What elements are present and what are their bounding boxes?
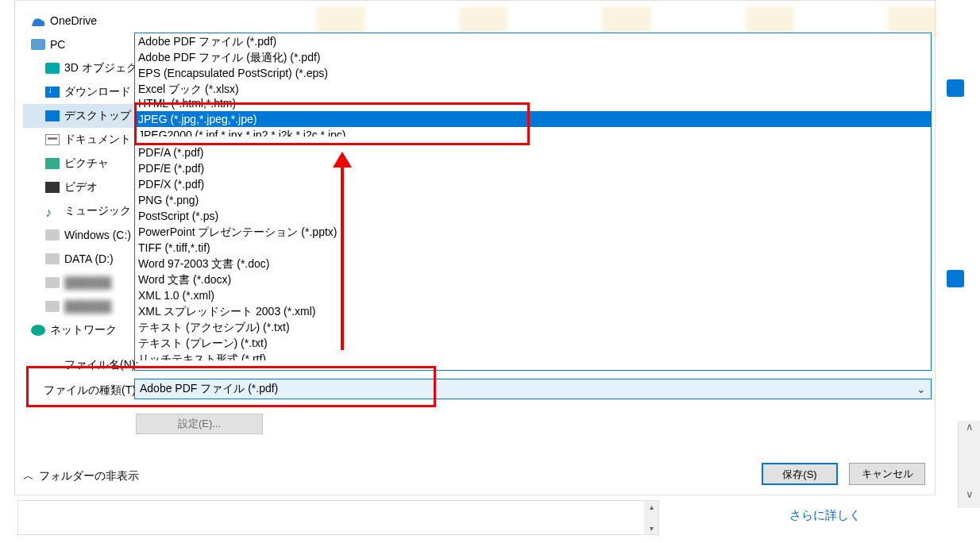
- tree-item-label: ██████: [64, 300, 112, 313]
- music-icon: ♪: [45, 206, 60, 217]
- drive-icon: [45, 253, 60, 264]
- filename-label: ファイル名(N):: [64, 358, 138, 372]
- background-panel-scrollbar[interactable]: ▴▾: [644, 501, 658, 534]
- save-button[interactable]: 保存(S): [762, 463, 838, 485]
- file-type-option[interactable]: テキスト (プレーン) (*.txt): [135, 335, 931, 351]
- tree-item[interactable]: ダウンロード: [23, 80, 150, 104]
- tree-item[interactable]: PC: [23, 33, 150, 56]
- 3d-objects-icon: [45, 63, 60, 74]
- tree-item[interactable]: 3D オブジェクト: [23, 56, 150, 80]
- tree-item[interactable]: ██████: [23, 295, 150, 318]
- tree-item-label: ピクチャ: [64, 156, 109, 171]
- cloud-icon: [31, 15, 45, 26]
- tree-item-label: ダウンロード: [64, 85, 131, 99]
- background-badge-2: [947, 270, 964, 287]
- file-type-option[interactable]: Adobe PDF ファイル (*.pdf): [135, 33, 931, 49]
- file-type-option[interactable]: TIFF (*.tiff,*.tif): [135, 240, 931, 256]
- tree-item[interactable]: ♪ミュージック: [23, 199, 150, 223]
- file-type-option[interactable]: Adobe PDF ファイル (最適化) (*.pdf): [135, 49, 931, 65]
- tree-item[interactable]: デスクトップ: [23, 104, 150, 128]
- file-type-option[interactable]: JPEG2000 (*.jpf,*.jpx,*.jp2,*.j2k,*.j2c,…: [135, 127, 931, 137]
- file-type-dropdown-list[interactable]: Adobe PDF ファイル (*.pdf)Adobe PDF ファイル (最適…: [134, 33, 932, 371]
- pc-icon: [31, 39, 45, 50]
- videos-icon: [45, 182, 60, 193]
- tree-item-label: ミュージック: [64, 204, 131, 218]
- file-type-option[interactable]: HTML (*.html,*.htm): [135, 100, 931, 111]
- tree-item[interactable]: ドキュメント: [23, 128, 150, 152]
- tree-item-label: ネットワーク: [50, 323, 117, 337]
- tree-item[interactable]: Windows (C:): [23, 223, 150, 247]
- file-type-option[interactable]: PDF/E (*.pdf): [135, 160, 931, 176]
- settings-button[interactable]: 設定(E)...: [136, 414, 263, 434]
- background-badge-1: [947, 79, 964, 97]
- file-type-option[interactable]: JPEG (*.jpg,*.jpeg,*.jpe): [135, 111, 931, 127]
- hide-folders-label: フォルダーの非表示: [39, 469, 139, 483]
- file-type-option[interactable]: XML スプレッドシート 2003 (*.xml): [135, 303, 931, 319]
- file-type-option[interactable]: EPS (Encapsulated PostScript) (*.eps): [135, 65, 931, 81]
- file-type-combobox[interactable]: Adobe PDF ファイル (*.pdf) ⌄: [134, 379, 932, 399]
- pictures-icon: [45, 158, 60, 169]
- save-as-dialog: OneDrivePC3D オブジェクトダウンロードデスクトップドキュメントピクチ…: [14, 0, 936, 495]
- tree-item-label: ビデオ: [64, 180, 98, 194]
- tree-item-label: ██████: [64, 276, 112, 289]
- tree-item-label: OneDrive: [50, 14, 97, 27]
- tree-item-label: PC: [50, 38, 65, 51]
- file-type-option[interactable]: リッチテキスト形式 (*.rtf): [135, 351, 931, 360]
- tree-item[interactable]: OneDrive: [23, 9, 150, 33]
- file-type-combobox-value: Adobe PDF ファイル (*.pdf): [140, 382, 278, 396]
- drive-icon: [45, 277, 60, 288]
- tree-item[interactable]: ネットワーク: [23, 318, 150, 342]
- tree-item[interactable]: DATA (D:): [23, 247, 150, 271]
- file-type-option[interactable]: PostScript (*.ps): [135, 208, 931, 224]
- chevron-down-icon: ⌄: [916, 383, 926, 395]
- desktop-icon: [45, 110, 60, 121]
- file-type-option[interactable]: XML 1.0 (*.xml): [135, 287, 931, 303]
- tree-item[interactable]: ピクチャ: [23, 152, 150, 175]
- dialog-button-bar: 保存(S) キャンセル: [762, 463, 925, 485]
- tree-item-label: DATA (D:): [64, 252, 114, 265]
- file-type-option[interactable]: Word 97-2003 文書 (*.doc): [135, 256, 931, 272]
- file-type-option[interactable]: Excel ブック (*.xlsx): [135, 81, 931, 97]
- cancel-button[interactable]: キャンセル: [849, 463, 925, 485]
- file-type-option[interactable]: PNG (*.png): [135, 192, 931, 208]
- folder-tree: OneDrivePC3D オブジェクトダウンロードデスクトップドキュメントピクチ…: [23, 9, 150, 342]
- hide-folders-toggle[interactable]: ︿ フォルダーの非表示: [23, 469, 139, 483]
- background-scrollbar[interactable]: [958, 421, 980, 508]
- tree-item-label: ドキュメント: [64, 133, 131, 147]
- file-type-option[interactable]: Word 文書 (*.docx): [135, 272, 931, 287]
- file-type-option[interactable]: PowerPoint プレゼンテーション (*.pptx): [135, 224, 931, 240]
- file-type-option[interactable]: テキスト (アクセシブル) (*.txt): [135, 319, 931, 335]
- file-type-option[interactable]: PDF/A (*.pdf): [135, 144, 931, 160]
- documents-icon: [45, 134, 60, 145]
- network-icon: [31, 325, 45, 336]
- downloads-icon: [45, 87, 60, 98]
- tree-item[interactable]: ビデオ: [23, 175, 150, 199]
- drive-icon: [45, 301, 60, 312]
- more-details-link[interactable]: さらに詳しく: [789, 508, 861, 523]
- tree-item[interactable]: ██████: [23, 271, 150, 295]
- background-panel: ▴▾: [17, 500, 659, 535]
- tree-item-label: デスクトップ: [64, 109, 131, 123]
- filetype-label: ファイルの種類(T):: [44, 383, 139, 398]
- tree-item-label: Windows (C:): [64, 229, 131, 241]
- file-type-option[interactable]: PDF/X (*.pdf): [135, 176, 931, 192]
- chevron-up-icon: ︿: [23, 469, 34, 483]
- drive-icon: [45, 229, 60, 241]
